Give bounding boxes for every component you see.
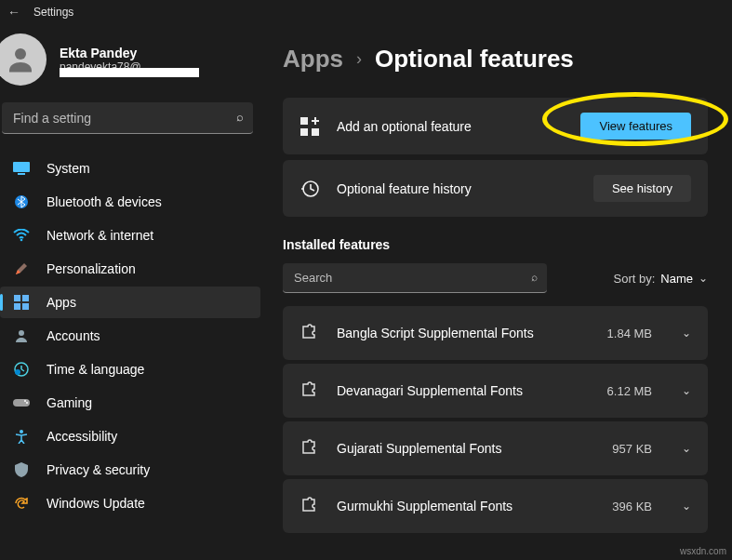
nav-gaming[interactable]: Gaming [0, 387, 260, 419]
feature-row[interactable]: Gurmukhi Supplemental Fonts 396 KB ⌄ [283, 479, 708, 533]
profile-name: Ekta Pandey [60, 46, 141, 60]
nav-personalization[interactable]: Personalization [0, 253, 260, 285]
nav-accounts[interactable]: Accounts [0, 320, 260, 352]
gamepad-icon [13, 394, 30, 411]
nav-label: Accounts [47, 328, 100, 343]
svg-rect-17 [300, 128, 308, 136]
sort-value: Name [660, 272, 693, 286]
feature-size: 6.12 MB [607, 384, 652, 398]
feature-size: 1.84 MB [607, 327, 652, 340]
shield-icon [13, 461, 30, 478]
nav-time[interactable]: Time & language [0, 353, 260, 385]
search-input[interactable] [2, 102, 253, 134]
chevron-down-icon[interactable]: ⌄ [682, 500, 691, 513]
history-icon [299, 179, 320, 199]
svg-rect-6 [22, 295, 29, 301]
nav-privacy[interactable]: Privacy & security [0, 454, 260, 486]
chevron-down-icon[interactable]: ⌄ [682, 384, 691, 397]
nav-label: Windows Update [47, 496, 145, 511]
installed-toolbar: ⌕ Sort by: Name ⌄ [283, 263, 708, 293]
feature-row[interactable]: Devanagari Supplemental Fonts 6.12 MB ⌄ [283, 364, 708, 418]
main-content: Apps › Optional features Add an optional… [260, 24, 732, 560]
breadcrumb: Apps › Optional features [283, 45, 708, 73]
sort-label: Sort by: [614, 272, 656, 286]
svg-rect-5 [14, 295, 20, 301]
settings-search[interactable]: ⌕ [2, 102, 253, 134]
chevron-down-icon[interactable]: ⌄ [682, 327, 691, 340]
see-history-button[interactable]: See history [593, 175, 691, 202]
update-icon [13, 495, 30, 512]
nav-label: Time & language [47, 362, 144, 377]
svg-point-0 [15, 48, 26, 60]
puzzle-icon [299, 323, 320, 343]
nav-label: Bluetooth & devices [47, 194, 162, 209]
person-icon [13, 327, 30, 344]
add-feature-label: Add an optional feature [337, 119, 564, 134]
search-icon[interactable]: ⌕ [236, 110, 244, 124]
nav-label: Network & internet [47, 228, 153, 243]
feature-search-input[interactable] [283, 263, 547, 293]
view-features-button[interactable]: View features [580, 113, 691, 140]
nav-system[interactable]: System [0, 153, 260, 184]
profile-email: pandeyekta78@ [60, 60, 141, 73]
nav-bluetooth[interactable]: Bluetooth & devices [0, 186, 260, 218]
window-title: Settings [33, 6, 73, 19]
svg-point-13 [24, 400, 26, 402]
profile-block[interactable]: Ekta Pandey pandeyekta78@ [0, 24, 260, 102]
nav-label: Privacy & security [47, 462, 150, 477]
paintbrush-icon [13, 260, 30, 277]
nav-apps[interactable]: Apps [0, 287, 260, 318]
puzzle-icon [299, 380, 320, 401]
feature-size: 957 KB [612, 442, 652, 456]
nav-list: System Bluetooth & devices Network & int… [0, 153, 260, 519]
feature-row[interactable]: Gujarati Supplemental Fonts 957 KB ⌄ [283, 421, 708, 475]
feature-name: Bangla Script Supplemental Fonts [337, 326, 591, 340]
add-apps-icon [299, 116, 320, 137]
avatar [0, 33, 47, 86]
search-icon[interactable]: ⌕ [531, 271, 538, 284]
installed-heading: Installed features [283, 237, 708, 252]
feature-name: Devanagari Supplemental Fonts [337, 383, 591, 398]
nav-update[interactable]: Windows Update [0, 487, 260, 519]
sort-dropdown[interactable]: Sort by: Name ⌄ [614, 272, 708, 286]
svg-rect-7 [14, 303, 20, 310]
svg-rect-8 [22, 303, 29, 310]
svg-point-14 [26, 402, 28, 404]
history-card: Optional feature history See history [283, 160, 708, 217]
nav-label: Gaming [47, 395, 92, 410]
accessibility-icon [13, 428, 30, 445]
nav-label: Apps [47, 295, 76, 310]
feature-name: Gurmukhi Supplemental Fonts [337, 499, 595, 513]
feature-list: Bangla Script Supplemental Fonts 1.84 MB… [283, 306, 708, 533]
svg-point-15 [20, 430, 23, 433]
chevron-down-icon: ⌄ [699, 272, 708, 285]
svg-rect-2 [18, 173, 25, 175]
breadcrumb-current: Optional features [375, 45, 574, 73]
breadcrumb-parent[interactable]: Apps [283, 45, 343, 73]
puzzle-icon [299, 496, 320, 516]
feature-search[interactable]: ⌕ [283, 263, 547, 293]
svg-point-11 [15, 369, 20, 375]
nav-label: System [47, 161, 90, 176]
watermark: wsxdn.com [680, 546, 726, 556]
chevron-down-icon[interactable]: ⌄ [682, 442, 691, 455]
back-arrow-icon[interactable]: ← [7, 5, 20, 20]
feature-row[interactable]: Bangla Script Supplemental Fonts 1.84 MB… [283, 306, 708, 360]
apps-icon [13, 294, 30, 311]
nav-accessibility[interactable]: Accessibility [0, 420, 260, 452]
globe-clock-icon [13, 361, 30, 378]
email-redaction [60, 68, 199, 77]
puzzle-icon [299, 438, 320, 459]
feature-name: Gujarati Supplemental Fonts [337, 441, 595, 456]
window-header: ← Settings [0, 0, 732, 24]
feature-size: 396 KB [612, 500, 652, 513]
monitor-icon [13, 160, 30, 177]
svg-rect-18 [312, 128, 319, 136]
history-label: Optional feature history [337, 181, 577, 196]
nav-network[interactable]: Network & internet [0, 220, 260, 251]
sidebar: Ekta Pandey pandeyekta78@ ⌕ System Bluet… [0, 24, 260, 560]
svg-rect-16 [300, 117, 308, 125]
svg-rect-1 [13, 162, 30, 172]
wifi-icon [13, 227, 30, 244]
nav-label: Personalization [47, 261, 136, 276]
